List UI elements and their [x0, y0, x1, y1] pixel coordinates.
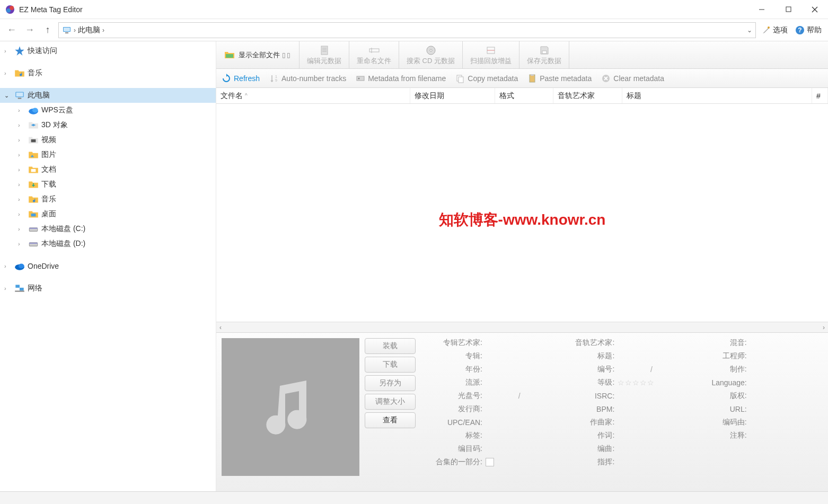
chevron-right-icon[interactable]: › — [4, 48, 12, 54]
svg-point-20 — [32, 108, 38, 113]
refresh-button[interactable]: Refresh — [222, 74, 260, 83]
metadata-from-filename-button[interactable]: Metadata from filename — [356, 74, 446, 83]
resize-art-button[interactable]: 调整大小 — [365, 394, 416, 410]
chevron-right-icon[interactable]: › — [18, 196, 25, 202]
watermark-text: 知软博客-www.knowr.cn — [439, 210, 606, 230]
breadcrumb-dropdown-icon[interactable]: ⌄ — [747, 26, 752, 34]
tree-item-onedrive[interactable]: › OneDrive — [0, 259, 216, 273]
tree-item[interactable]: ›桌面 — [0, 207, 216, 222]
cd-icon — [426, 45, 436, 56]
svg-rect-36 — [15, 290, 24, 291]
chevron-right-icon[interactable]: › — [4, 70, 12, 76]
compilation-checkbox[interactable] — [486, 458, 494, 466]
copy-metadata-button[interactable]: Copy metadata — [455, 74, 518, 83]
svg-point-33 — [19, 264, 24, 269]
maximize-button[interactable] — [775, 0, 801, 19]
tree-item[interactable]: ›图片 — [0, 147, 216, 162]
edit-metadata-button[interactable]: 编辑元数据 — [300, 41, 349, 68]
scan-replaygain-button[interactable]: 扫描回放增益 — [463, 41, 519, 68]
folder-tree[interactable]: › 快速访问 › 音乐 ⌄ 此电脑 ›WPS云盘›3D 对象›视频›图片›文档›… — [0, 41, 216, 491]
album-art-placeholder — [222, 338, 359, 476]
view-art-button[interactable]: 查看 — [365, 412, 416, 428]
onedrive-icon — [14, 260, 25, 272]
chevron-right-icon[interactable]: › — [18, 226, 25, 232]
save-metadata-button[interactable]: 保存元数据 — [519, 41, 569, 68]
tree-item-music[interactable]: › 音乐 — [0, 66, 216, 81]
column-tracknum[interactable]: # — [812, 88, 828, 103]
tree-item[interactable]: ›本地磁盘 (D:) — [0, 236, 216, 251]
paste-metadata-button[interactable]: Paste metadata — [527, 74, 592, 83]
nav-back-button[interactable]: ← — [4, 23, 19, 38]
column-title[interactable]: 标题 — [622, 88, 812, 103]
show-all-files-button[interactable]: 显示全部文件▯▯ — [216, 41, 300, 68]
column-filename[interactable]: 文件名^ — [216, 88, 410, 103]
minimize-button[interactable] — [748, 0, 775, 19]
chevron-right-icon[interactable]: › — [18, 152, 25, 158]
tree-item[interactable]: ›音乐 — [0, 192, 216, 207]
tree-item[interactable]: ›视频 — [0, 132, 216, 147]
tree-item[interactable]: ›3D 对象 — [0, 118, 216, 132]
disk-icon — [28, 238, 39, 250]
save-icon — [539, 45, 550, 56]
close-button[interactable] — [801, 0, 828, 19]
chevron-right-icon[interactable]: › — [18, 107, 25, 113]
svg-rect-35 — [20, 288, 24, 291]
pic-icon — [28, 149, 39, 161]
music-folder-icon — [14, 67, 25, 79]
tree-item-network[interactable]: › 网络 — [0, 281, 216, 296]
clear-metadata-button[interactable]: Clear metadata — [601, 74, 664, 83]
column-artist[interactable]: 音轨艺术家 — [553, 88, 622, 103]
dl-icon — [28, 179, 39, 190]
chevron-right-icon[interactable]: › — [18, 137, 25, 143]
svg-rect-27 — [31, 214, 36, 217]
download-art-button[interactable]: 下载 — [365, 357, 416, 373]
scroll-left-icon[interactable]: ‹ — [219, 324, 222, 331]
nav-up-button[interactable]: ↑ — [40, 23, 55, 38]
scan-icon — [486, 45, 496, 56]
chevron-right-icon[interactable]: › — [18, 211, 25, 217]
svg-rect-18 — [18, 98, 22, 99]
tree-item[interactable]: ›本地磁盘 (C:) — [0, 222, 216, 236]
breadcrumb-item[interactable]: 此电脑 — [78, 25, 100, 35]
nav-forward-button[interactable]: → — [22, 23, 37, 38]
breadcrumb-bar[interactable]: › 此电脑 › ⌄ — [58, 22, 756, 38]
svg-rect-17 — [16, 93, 23, 97]
cloud-icon — [28, 104, 39, 116]
chevron-right-icon[interactable]: › — [4, 285, 12, 291]
chevron-right-icon[interactable]: › — [18, 181, 25, 188]
column-moddate[interactable]: 修改日期 — [410, 88, 495, 103]
chevron-right-icon[interactable]: › — [18, 166, 25, 173]
file-list[interactable]: 知软博客-www.knowr.cn — [216, 104, 828, 322]
column-format[interactable]: 格式 — [495, 88, 553, 103]
chevron-down-icon[interactable]: ⌄ — [4, 92, 12, 99]
auto-number-button[interactable]: 19 Auto-number tracks — [269, 74, 346, 83]
rename-files-button[interactable]: 重命名文件 — [349, 41, 399, 68]
svg-text:9: 9 — [275, 78, 277, 82]
options-button[interactable]: 选项 — [759, 25, 790, 35]
status-bar — [0, 491, 828, 504]
chevron-right-icon[interactable]: › — [18, 122, 25, 128]
chevron-right-icon[interactable]: › — [4, 263, 12, 269]
tree-item-label: 图片 — [41, 150, 56, 160]
svg-text:1: 1 — [275, 75, 277, 78]
search-cd-metadata-button[interactable]: 搜索 CD 元数据 — [399, 41, 463, 68]
chevron-right-icon[interactable]: › — [18, 241, 25, 247]
rating-stars[interactable]: ☆☆☆☆☆ — [618, 378, 655, 387]
action-bar: Refresh 19 Auto-number tracks Metadata f… — [216, 69, 828, 88]
metadata-fields: 专辑艺术家: 音轨艺术家: 混音: 专辑: 标题: 工程师: 年份: 编号:/ … — [416, 333, 828, 491]
load-art-button[interactable]: 装载 — [365, 338, 416, 354]
tree-item-thispc[interactable]: ⌄ 此电脑 — [0, 88, 216, 103]
disk-icon — [28, 223, 39, 235]
tree-item[interactable]: ›文档 — [0, 162, 216, 177]
horizontal-scrollbar[interactable]: ‹ › — [216, 322, 828, 332]
document-icon — [319, 45, 330, 56]
scroll-right-icon[interactable]: › — [823, 324, 825, 331]
tree-item[interactable]: ›下载 — [0, 177, 216, 192]
file-table-header: 文件名^ 修改日期 格式 音轨艺术家 标题 # — [216, 88, 828, 104]
tree-item-label: 桌面 — [41, 209, 56, 219]
breadcrumb-sep-icon: › — [102, 26, 104, 34]
help-button[interactable]: ? 帮助 — [793, 25, 824, 35]
tree-item-quickaccess[interactable]: › 快速访问 — [0, 43, 216, 58]
saveas-art-button[interactable]: 另存为 — [365, 375, 416, 391]
tree-item[interactable]: ›WPS云盘 — [0, 103, 216, 118]
